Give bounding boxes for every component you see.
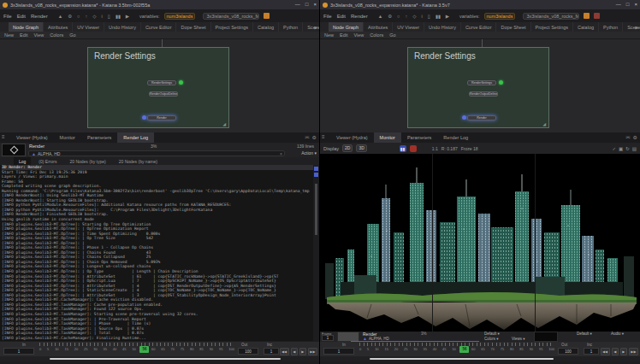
timeline-scroll-strip[interactable]: [320, 356, 640, 361]
timeline-scrollbar-thumb[interactable]: [50, 358, 281, 360]
transport-button[interactable]: ▶: [299, 348, 306, 355]
transport-button[interactable]: ◀: [291, 348, 298, 355]
edited-node-indicator[interactable]: [142, 115, 146, 120]
pane-tab[interactable]: Dope Sheet: [496, 22, 530, 32]
scrollbar-thumb[interactable]: [315, 184, 317, 235]
catalog-thumbnail-2[interactable]: [534, 332, 558, 342]
log-subtab[interactable]: Log: [14, 157, 31, 165]
toolbar-icon[interactable]: ↑: [404, 14, 408, 19]
out-frame-field[interactable]: 100: [238, 348, 258, 355]
backdrop-resize-handle[interactable]: ◢: [222, 121, 226, 126]
viewed-node-indicator[interactable]: [179, 80, 183, 85]
render-log-output[interactable]: 3D Render: RenderStart Time: Fri Dec 13 …: [0, 165, 313, 341]
panel-gear-icon[interactable]: ⚙: [312, 134, 317, 140]
2d-button[interactable]: 2D: [342, 144, 353, 152]
node-graph-menu-item[interactable]: View: [354, 32, 364, 38]
menu-item[interactable]: Edit: [17, 14, 26, 19]
node-graph-menu-item[interactable]: Edit: [20, 32, 27, 38]
node-graph-menu-item[interactable]: New: [324, 32, 334, 38]
node-graph-menu-item[interactable]: Colors: [50, 32, 63, 38]
monitor-tool-icon[interactable]: ✓: [612, 146, 616, 151]
in-frame-field[interactable]: 1: [3, 348, 34, 355]
stop-button[interactable]: [410, 145, 417, 152]
log-subtab[interactable]: (0) Errors: [33, 157, 62, 165]
pane-tab[interactable]: UV Viewer: [73, 22, 104, 32]
node-graph-menu-item[interactable]: Go: [69, 32, 75, 38]
node-graph-canvas[interactable]: Render Settings ◢ RenderSettings RenderO…: [320, 39, 640, 132]
node-graph-menu-item[interactable]: New: [4, 32, 14, 38]
panel-tab[interactable]: Viewer (Hydra): [10, 132, 54, 143]
backdrop-resize-handle[interactable]: ◢: [542, 121, 546, 126]
panel-tab[interactable]: Render Log: [117, 132, 154, 143]
monitor-viewport[interactable]: [320, 154, 640, 332]
pane-tab[interactable]: Catalog: [573, 22, 599, 32]
timeline-scroll-strip[interactable]: [0, 356, 319, 361]
toolbar-icon[interactable]: ▮▮: [115, 14, 121, 19]
default-dropdown[interactable]: Default ▾: [484, 332, 500, 336]
transport-button[interactable]: ▶▶: [308, 348, 317, 355]
close-button[interactable]: ×: [634, 0, 637, 9]
render-thumbnail[interactable]: [2, 144, 26, 156]
node-graph-menu-item[interactable]: View: [34, 32, 44, 38]
minimize-button[interactable]: —: [616, 0, 621, 9]
menu-item[interactable]: File: [323, 14, 332, 19]
log-subtab[interactable]: 20 Nodes (by name): [114, 157, 163, 165]
title-bar[interactable]: 3x3islands_v08_rocks_expansion.katana* -…: [0, 0, 319, 9]
toolbar-icon[interactable]: ▲: [57, 14, 63, 19]
render-node[interactable]: Render: [147, 115, 176, 120]
action-dropdown[interactable]: Action ▾: [301, 150, 317, 156]
pane-tab[interactable]: Python: [599, 22, 623, 32]
frame-ruler[interactable]: 0510152025303540455055606570758085909510…: [39, 343, 234, 355]
gain-value[interactable]: R: 0.187: [441, 146, 458, 151]
edited-node-indicator[interactable]: [462, 115, 466, 120]
pane-tab[interactable]: Node Graph: [9, 22, 44, 32]
panel-menu-icon[interactable]: ≡: [2, 134, 5, 139]
toolbar-icon[interactable]: ▯: [427, 14, 431, 19]
pin-icon[interactable]: ⫘: [305, 134, 309, 140]
render-node[interactable]: Render: [467, 115, 496, 120]
panel-tab[interactable]: Monitor: [54, 132, 81, 143]
pane-tab[interactable]: Undo History: [104, 22, 141, 32]
render-indicator-icon[interactable]: [264, 13, 270, 19]
variables-dropdown[interactable]: num3islands: [484, 13, 516, 20]
toolbar-icon[interactable]: ↑: [84, 14, 88, 19]
toolbar-icon[interactable]: ⚙: [67, 14, 73, 19]
transport-button[interactable]: ◀◀: [601, 348, 610, 355]
scroll-marker-icon[interactable]: [314, 167, 318, 171]
toolbar-icon[interactable]: ◇: [92, 14, 97, 19]
panel-gear-icon[interactable]: ⚙: [633, 134, 637, 140]
toolbar-icon[interactable]: i: [420, 14, 423, 19]
menu-item[interactable]: Render: [31, 14, 48, 19]
node-graph-menu-item[interactable]: Go: [389, 32, 395, 38]
toolbar-icon[interactable]: i: [100, 14, 103, 19]
toolbar-icon[interactable]: ◇: [412, 14, 417, 19]
toolbar-icon[interactable]: ○: [76, 14, 80, 19]
maximize-button[interactable]: □: [305, 0, 309, 9]
audio-dropdown[interactable]: Audio ▾: [611, 332, 624, 336]
pane-tab[interactable]: Catalog: [253, 22, 279, 32]
current-frame-marker[interactable]: 56: [459, 346, 469, 353]
toolbar-icon[interactable]: ▶: [445, 14, 450, 19]
current-frame-marker[interactable]: 56: [139, 346, 149, 353]
pin-icon[interactable]: ⫘: [625, 134, 630, 140]
pane-tab[interactable]: Project Settings: [531, 22, 574, 32]
render-output-define-node[interactable]: RenderOutputDefine: [149, 91, 178, 97]
panel-tab[interactable]: Parameters: [401, 132, 437, 143]
monitor-tool-icon[interactable]: ▤: [632, 146, 637, 151]
node-graph-menu-item[interactable]: Edit: [340, 32, 347, 38]
tab-overflow-icon[interactable]: ▶: [314, 25, 317, 30]
frame-ruler[interactable]: 0510152025303540455055606570758085909510…: [359, 343, 554, 355]
render-settings-node[interactable]: RenderSettings: [467, 80, 496, 85]
panel-tab[interactable]: Render Log: [437, 132, 474, 143]
toolbar-icon[interactable]: ▲: [377, 14, 383, 19]
variables-dropdown[interactable]: num3islands: [164, 13, 196, 20]
frame-field[interactable]: 1: [322, 335, 334, 341]
stop-indicator-icon[interactable]: [594, 13, 600, 19]
transport-button[interactable]: ◀: [612, 348, 619, 355]
toolbar-icon[interactable]: ○: [396, 14, 400, 19]
toolbar-icon[interactable]: ⚙: [387, 14, 393, 19]
pane-tab[interactable]: Curve Editor: [141, 22, 177, 32]
menu-item[interactable]: Render: [351, 14, 368, 19]
log-subtab[interactable]: 20 Nodes (by type): [64, 157, 110, 165]
pane-tab[interactable]: Curve Editor: [461, 22, 497, 32]
